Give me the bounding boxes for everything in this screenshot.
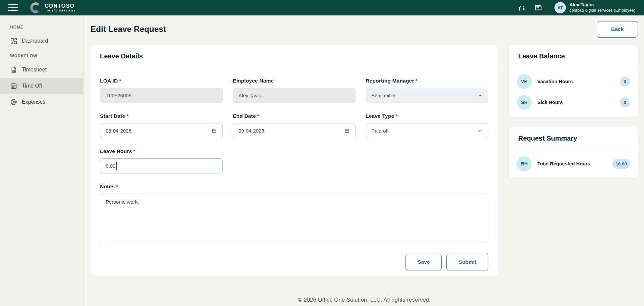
end-date-label: End Date* [233,113,356,119]
submit-button[interactable]: Submit [446,254,488,270]
loa-id-label: LOA ID* [100,78,223,84]
brand-logo[interactable]: CONTOSO DIGITAL SERVICES [30,2,76,14]
employee-name-label: Employee Name [233,78,356,84]
save-button[interactable]: Save [406,254,442,270]
leave-balance-row-sick: SH Sick Hours 0 [517,92,630,113]
sidebar-item-label: Timesheet [22,67,47,73]
request-summary-card: Request Summary RH Total Requested Hours… [509,127,638,178]
announcements-icon[interactable] [534,4,542,12]
time-off-icon [10,82,17,90]
copyright-text: © 2026 Office One Solution, LLC. All rig… [91,297,638,303]
requested-hours-value: 16.00 [612,159,630,169]
support-headset-icon[interactable] [518,4,526,12]
leave-type-select[interactable]: Paid-off [366,123,488,138]
back-button[interactable]: Back [597,21,638,38]
leave-balance-card: Leave Balance VH Vacation Hours 0 SH Sic… [509,45,638,117]
sidebar-section-workflow: WORKFLOW [0,49,83,62]
contoso-logo-icon [30,2,42,14]
leave-type-value: Paid-off [371,128,388,134]
required-marker: * [116,184,118,189]
calendar-icon [344,128,350,134]
leave-balance-title: Leave Balance [509,45,638,67]
page-title: Edit Leave Request [91,24,166,34]
requested-hours-label: Total Requested Hours [537,161,607,166]
required-marker: * [133,148,135,154]
hamburger-menu-icon[interactable] [8,4,18,11]
calendar-icon [211,128,217,134]
sidebar-item-expenses[interactable]: $ Expenses [0,94,83,110]
chevron-down-icon [477,128,483,134]
top-bar: CONTOSO DIGITAL SERVICES AT Alex Taylor [0,0,644,15]
reporting-manager-label: Reporting Manager* [366,78,488,84]
notes-label: Notes* [100,184,488,190]
sidebar-item-label: Dashboard [22,38,48,44]
reporting-manager-value: Benji miller [371,93,396,98]
sick-hours-chip: SH [517,95,532,110]
vacation-hours-value: 0 [620,76,630,87]
loa-id-field [100,88,223,103]
leave-hours-field[interactable] [100,158,223,173]
brand-name: CONTOSO [45,3,76,9]
start-date-value: 08-04-2026 [106,128,131,134]
brand-tagline: DIGITAL SERVICES [45,10,76,12]
sidebar-item-label: Time Off [22,83,42,89]
sidebar-item-dashboard[interactable]: Dashboard [0,33,83,49]
leave-balance-row-vacation: VH Vacation Hours 0 [517,71,630,92]
notes-field[interactable]: Personal work. [100,194,488,243]
start-date-field[interactable]: 08-04-2026 [100,123,223,138]
user-menu[interactable]: AT Alex Taylor contoso digital services … [554,2,635,13]
leave-details-card: Leave Details LOA ID* Employee Name Repo… [91,45,498,276]
employee-name-field [233,88,356,103]
leave-hours-label: Leave Hours* [100,148,223,154]
sick-hours-label: Sick Hours [537,100,614,105]
sick-hours-value: 0 [620,97,630,107]
request-summary-title: Request Summary [509,127,638,149]
expenses-icon: $ [10,98,17,106]
sidebar-item-time-off[interactable]: Time Off [0,78,83,94]
start-date-label: Start Date* [100,113,223,119]
dashboard-icon [10,37,17,45]
leave-details-title: Leave Details [91,45,498,67]
required-marker: * [416,78,418,84]
sidebar: HOME Dashboard WORKFLOW [0,15,84,306]
user-org-role: contoso digital services (Employee) [569,8,635,13]
sidebar-item-label: Expenses [22,99,45,105]
main-content: Edit Leave Request Back Leave Details LO… [84,15,644,306]
timesheet-icon [10,66,17,73]
required-marker: * [257,113,259,119]
end-date-value: 09-04-2026 [238,128,264,134]
required-marker: * [119,78,121,84]
sidebar-item-timesheet[interactable]: Timesheet [0,62,83,78]
reporting-manager-select[interactable]: Benji miller [366,88,488,103]
request-summary-row: RH Total Requested Hours 16.00 [517,153,630,174]
chevron-down-icon [477,93,483,98]
leave-type-label: Leave Type* [366,113,488,119]
requested-hours-chip: RH [517,156,532,171]
vacation-hours-label: Vacation Hours [537,79,614,84]
required-marker: * [395,113,397,119]
text-cursor [116,162,117,170]
required-marker: * [126,113,128,119]
svg-text:$: $ [13,100,15,104]
user-avatar: AT [554,2,566,13]
vacation-hours-chip: VH [517,74,532,89]
user-name: Alex Taylor [569,2,635,8]
end-date-field[interactable]: 09-04-2026 [233,123,356,138]
sidebar-section-home: HOME [0,20,83,33]
